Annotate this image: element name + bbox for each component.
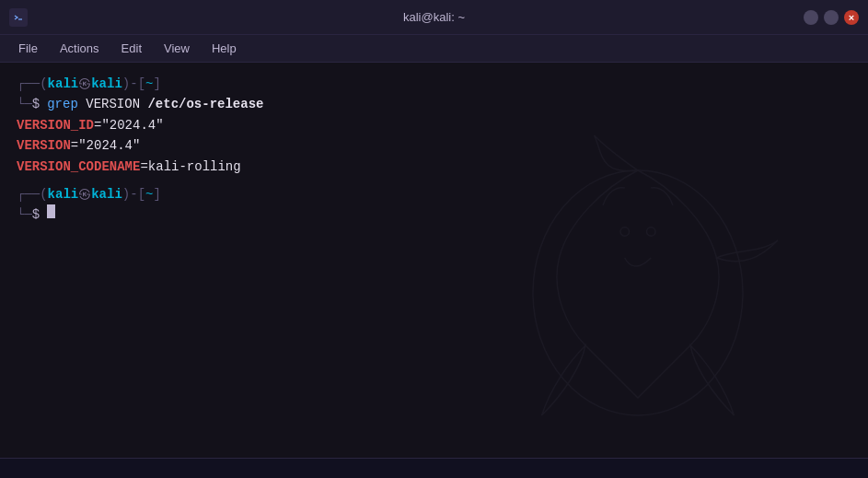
menu-view[interactable]: View [155, 38, 199, 59]
minimize-button[interactable] [804, 10, 818, 25]
output-key-3: VERSION_CODENAME [17, 159, 140, 174]
prompt2-dir: ~ [145, 184, 153, 204]
terminal-line-1: ┌──(kali㉿kali)-[~] [17, 74, 851, 94]
prompt-dir-close: ] [153, 74, 160, 94]
prompt2-host: kali [91, 184, 122, 204]
prompt2-open-paren: ┌──( [17, 184, 48, 204]
terminal-line-2: ┌──(kali㉿kali)-[~] [17, 184, 851, 204]
title-bar: kali@kali: ~ × [0, 0, 868, 35]
prompt2-line-char: └─ [17, 204, 32, 225]
output-key-1: VERSION_ID [17, 118, 94, 133]
prompt-close-paren: )-[ [122, 74, 145, 94]
taskbar [0, 458, 868, 478]
window-controls: × [804, 10, 859, 25]
prompt-dir: ~ [145, 74, 153, 94]
prompt2-user: kali [48, 184, 79, 204]
output-line-2: VERSION="2024.4" [17, 135, 851, 156]
menu-actions[interactable]: Actions [51, 38, 109, 59]
terminal-app-icon [9, 8, 28, 27]
terminal-content[interactable]: ┌──(kali㉿kali)-[~] └─$grep VERSION /etc/… [0, 63, 868, 458]
cursor [47, 204, 55, 218]
prompt2-dollar: $ [32, 204, 40, 225]
maximize-button[interactable] [824, 10, 839, 25]
cmd-version: VERSION [86, 94, 140, 114]
prompt-at: ㉿ [78, 74, 91, 94]
close-button[interactable]: × [844, 10, 859, 25]
output-line-3: VERSION_CODENAME=kali-rolling [17, 157, 851, 177]
menu-help[interactable]: Help [203, 38, 246, 59]
prompt2-dir-close: ] [153, 184, 160, 204]
prompt-user: kali [48, 74, 79, 94]
svg-point-4 [647, 227, 656, 237]
prompt-open-paren: ┌──( [17, 74, 48, 94]
cmd-space1 [78, 94, 86, 114]
output-val-2: ="2024.4" [71, 138, 141, 153]
output-line-1: VERSION_ID="2024.4" [17, 115, 851, 135]
svg-point-3 [620, 227, 630, 237]
terminal-cursor-line: └─$ [17, 204, 851, 225]
cmd-grep: grep [47, 94, 78, 114]
prompt-line-char: └─ [17, 94, 32, 114]
menu-edit[interactable]: Edit [112, 38, 151, 59]
terminal-cmd-line: └─$grep VERSION /etc/os-release [17, 94, 851, 114]
cmd-space2 [140, 94, 147, 114]
prompt2-at: ㉿ [78, 184, 91, 204]
menu-file[interactable]: File [9, 38, 47, 59]
output-val-1: ="2024.4" [94, 118, 164, 133]
prompt2-close-paren: )-[ [122, 184, 145, 204]
output-key-2: VERSION [17, 138, 71, 153]
output-val-3: =kali-rolling [140, 159, 240, 174]
terminal-window: kali@kali: ~ × File Actions Edit View He… [0, 0, 868, 478]
cmd-path: /etc/os-release [147, 94, 263, 114]
menu-bar: File Actions Edit View Help [0, 35, 868, 63]
prompt-host: kali [91, 74, 122, 94]
window-title: kali@kali: ~ [403, 10, 465, 24]
prompt-dollar: $ [32, 94, 40, 114]
